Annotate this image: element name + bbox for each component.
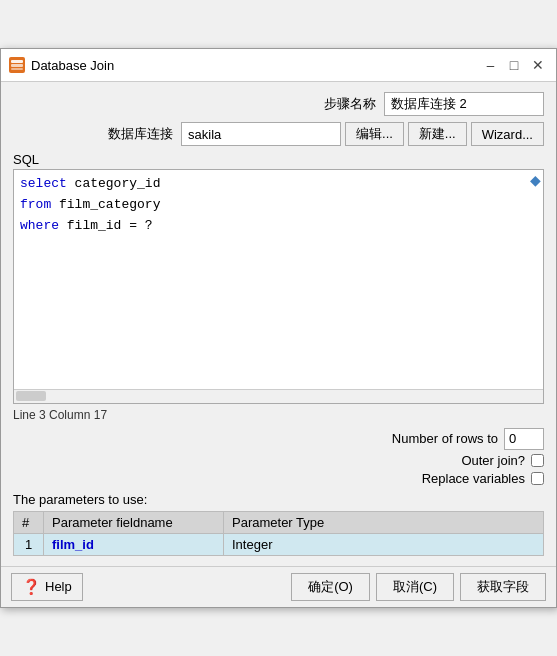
replace-vars-row: Replace variables — [422, 471, 544, 486]
step-name-row: 步骤名称 — [13, 92, 544, 116]
status-bar: Line 3 Column 17 — [13, 408, 544, 422]
db-connection-label: 数据库连接 — [108, 125, 173, 143]
step-name-input[interactable] — [384, 92, 544, 116]
help-label: Help — [45, 579, 72, 594]
rows-option-row: Number of rows to — [392, 428, 544, 450]
param-num: 1 — [14, 533, 44, 555]
close-button[interactable]: ✕ — [528, 55, 548, 75]
status-text: Line 3 Column 17 — [13, 408, 107, 422]
step-name-label: 步骤名称 — [324, 95, 376, 113]
outer-join-label: Outer join? — [461, 453, 525, 468]
params-table: # Parameter fieldname Parameter Type 1 f… — [13, 511, 544, 556]
table-row: 1 film_id Integer — [14, 533, 544, 555]
minimize-button[interactable]: ‒ — [480, 55, 500, 75]
hscroll-thumb — [16, 391, 46, 401]
edit-button[interactable]: 编辑... — [345, 122, 404, 146]
svg-rect-0 — [11, 60, 23, 63]
param-type: Integer — [224, 533, 544, 555]
main-window: Database Join ‒ □ ✕ 步骤名称 数据库连接 编辑... 新建.… — [0, 48, 557, 607]
footer-right: 确定(O) 取消(C) 获取字段 — [291, 573, 546, 601]
sql-editor-wrapper: select category_id from film_category wh… — [13, 169, 544, 403]
window-title: Database Join — [31, 58, 114, 73]
replace-vars-label: Replace variables — [422, 471, 525, 486]
svg-rect-2 — [11, 68, 23, 70]
confirm-button[interactable]: 确定(O) — [291, 573, 370, 601]
col-num-header: # — [14, 511, 44, 533]
rows-input[interactable] — [504, 428, 544, 450]
replace-variables-checkbox[interactable] — [531, 472, 544, 485]
sql-section: SQL select category_id from film_categor… — [13, 152, 544, 403]
col-type-header: Parameter Type — [224, 511, 544, 533]
db-row: 编辑... 新建... Wizard... — [181, 122, 544, 146]
outer-join-checkbox[interactable] — [531, 454, 544, 467]
col-fieldname-header: Parameter fieldname — [44, 511, 224, 533]
help-icon: ❓ — [22, 578, 41, 596]
params-header-row: # Parameter fieldname Parameter Type — [14, 511, 544, 533]
sql-empty-space — [14, 241, 543, 389]
get-fields-button[interactable]: 获取字段 — [460, 573, 546, 601]
new-button[interactable]: 新建... — [408, 122, 467, 146]
app-icon — [9, 57, 25, 73]
db-connection-input[interactable] — [181, 122, 341, 146]
params-title: The parameters to use: — [13, 492, 544, 507]
rows-label: Number of rows to — [392, 431, 498, 446]
title-bar-left: Database Join — [9, 57, 114, 73]
window-controls: ‒ □ ✕ — [480, 55, 548, 75]
db-connection-row: 数据库连接 编辑... 新建... Wizard... — [13, 122, 544, 146]
wizard-button[interactable]: Wizard... — [471, 122, 544, 146]
sql-hscrollbar[interactable] — [14, 389, 543, 403]
sql-display: select category_id from film_category wh… — [14, 170, 543, 240]
maximize-button[interactable]: □ — [504, 55, 524, 75]
content-area: 步骤名称 数据库连接 编辑... 新建... Wizard... SQL sel… — [1, 82, 556, 565]
sql-diamond-icon: ◆ — [530, 172, 541, 188]
options-section: Number of rows to Outer join? Replace va… — [13, 428, 544, 486]
footer: ❓ Help 确定(O) 取消(C) 获取字段 — [1, 566, 556, 607]
outer-join-row: Outer join? — [461, 453, 544, 468]
title-bar: Database Join ‒ □ ✕ — [1, 49, 556, 82]
params-table-body: 1 film_id Integer — [14, 533, 544, 555]
sql-label: SQL — [13, 152, 544, 167]
param-fieldname: film_id — [44, 533, 224, 555]
help-button[interactable]: ❓ Help — [11, 573, 83, 601]
cancel-button[interactable]: 取消(C) — [376, 573, 454, 601]
svg-rect-1 — [11, 64, 23, 67]
params-table-header: # Parameter fieldname Parameter Type — [14, 511, 544, 533]
